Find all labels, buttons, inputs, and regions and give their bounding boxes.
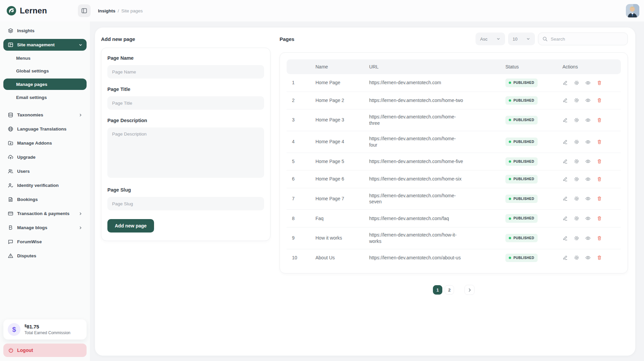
search-input[interactable] [551,37,624,42]
sidebar-item-manage-addons[interactable]: Manage Addons [3,137,87,149]
delete-button[interactable] [597,176,602,182]
delete-button[interactable] [597,159,602,164]
view-button[interactable] [585,80,591,86]
logout-button[interactable]: Logout [3,344,87,357]
row-actions [557,211,621,225]
sidebar-item-upgrade[interactable]: Upgrade [3,151,87,163]
view-button[interactable] [585,216,591,221]
settings-button[interactable] [574,117,579,123]
folder-plus-icon [7,140,13,146]
settings-button[interactable] [574,159,579,164]
add-page-section: Add new page Page Name Page Title Page D… [101,32,270,241]
edit-button[interactable] [562,98,568,103]
settings-icon [574,159,579,164]
settings-button[interactable] [574,255,579,260]
row-index: 4 [287,134,310,149]
row-name: How it works [310,230,364,246]
delete-button[interactable] [597,255,602,260]
delete-button[interactable] [597,98,602,103]
row-actions [557,251,621,265]
sidebar-item-disputes[interactable]: Disputes [3,250,87,262]
search-icon [542,36,548,42]
edit-button[interactable] [562,255,568,260]
settings-button[interactable] [574,139,579,145]
add-new-page-button[interactable]: Add new page [107,219,154,233]
user-avatar[interactable] [626,4,639,17]
sidebar-item-site-management[interactable]: Site management [3,39,87,51]
delete-button[interactable] [597,80,602,86]
settings-button[interactable] [574,80,579,86]
page-description-input[interactable] [107,127,264,178]
sidebar-item-users[interactable]: Users [3,165,87,177]
view-button[interactable] [585,255,591,260]
sidebar-item-identity-verification[interactable]: Identity verification [3,179,87,191]
trash-icon [597,117,602,123]
sidebar-subitem-manage-pages[interactable]: Manage pages [3,79,87,90]
trash-icon [597,98,602,103]
sidebar-item-insights[interactable]: Insights [3,25,87,37]
view-button[interactable] [585,159,591,164]
pagination-next-button[interactable] [464,285,475,295]
status-badge: PUBLISHED [505,79,538,87]
row-status: PUBLISHED [500,111,557,129]
settings-icon [574,98,579,103]
sidebar-item-bookings[interactable]: Bookings [3,194,87,205]
view-button[interactable] [585,98,591,103]
eye-icon [585,159,591,164]
settings-button[interactable] [574,216,579,221]
delete-button[interactable] [597,236,602,241]
page-name-input[interactable] [107,65,264,79]
chevron-down-icon [79,43,83,47]
view-button[interactable] [585,176,591,182]
settings-icon [574,139,579,145]
trash-icon [597,236,602,241]
delete-button[interactable] [597,139,602,145]
pagination-page-1[interactable]: 1 [433,285,442,295]
breadcrumb-root[interactable]: Insights [98,8,115,13]
delete-button[interactable] [597,216,602,221]
edit-button[interactable] [562,80,568,86]
page-slug-input[interactable] [107,197,264,210]
trash-icon [597,196,602,201]
edit-button[interactable] [562,159,568,164]
sort-order-select[interactable]: Asc [476,33,505,45]
view-button[interactable] [585,196,591,201]
pagination-page-2[interactable]: 2 [445,285,454,295]
edit-icon [562,98,568,103]
sidebar-item-taxonomies[interactable]: Taxonomies [3,109,87,121]
add-page-title: Add new page [101,32,270,46]
edit-icon [562,236,568,241]
view-button[interactable] [585,117,591,123]
sidebar-subitem-global-settings[interactable]: Global settings [3,66,87,76]
sidebar-item-forumwise[interactable]: ForumWise [3,236,87,248]
table-row: 10 About Us https://lernen-dev.amentotec… [287,249,621,267]
settings-button[interactable] [574,236,579,241]
edit-button[interactable] [562,139,568,145]
sidebar-item-language-translations[interactable]: Language Translations [3,123,87,135]
delete-button[interactable] [597,196,602,201]
sidebar-subitem-menus[interactable]: Menus [3,53,87,63]
per-page-select[interactable]: 10 [508,33,535,45]
edit-button[interactable] [562,196,568,201]
delete-button[interactable] [597,117,602,123]
view-button[interactable] [585,236,591,241]
sidebar-item-manage-blogs[interactable]: Manage blogs [3,222,87,234]
edit-button[interactable] [562,236,568,241]
view-button[interactable] [585,139,591,145]
settings-icon [574,80,579,86]
sidebar-item-label: Site management [17,42,55,47]
sidebar-item-transaction-payments[interactable]: Transaction & payments [3,208,87,219]
page-title-input[interactable] [107,96,264,110]
sidebar-toggle-button[interactable] [78,4,91,17]
settings-button[interactable] [574,176,579,182]
edit-button[interactable] [562,176,568,182]
edit-button[interactable] [562,117,568,123]
settings-icon [574,117,579,123]
settings-button[interactable] [574,98,579,103]
row-status: PUBLISHED [500,133,557,151]
settings-button[interactable] [574,196,579,201]
breadcrumb: Insights / Site pages [98,8,143,13]
sidebar-subitem-email-settings[interactable]: Email settings [3,92,87,103]
edit-button[interactable] [562,216,568,221]
table-row: 3 Home Page 3 https://lernen-dev.amentot… [287,109,621,131]
